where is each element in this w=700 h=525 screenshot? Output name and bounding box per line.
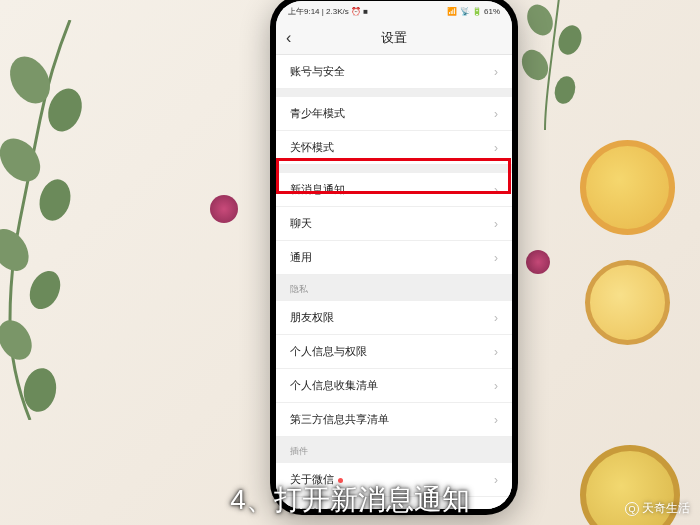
row-info-collection[interactable]: 个人信息收集清单 › bbox=[276, 369, 512, 403]
chevron-right-icon: › bbox=[494, 217, 498, 231]
row-notifications[interactable]: 新消息通知 › bbox=[276, 173, 512, 207]
chevron-right-icon: › bbox=[494, 507, 498, 510]
svg-point-5 bbox=[24, 266, 66, 314]
watermark-text: 天奇生活 bbox=[642, 500, 690, 517]
row-label: 第三方信息共享清单 bbox=[290, 412, 389, 427]
row-care-mode[interactable]: 关怀模式 › bbox=[276, 131, 512, 165]
phone-screen: 上午9:14 | 2.3K/s ⏰ ■ 📶 📡 🔋 61% ‹ 设置 账号与安全… bbox=[276, 1, 512, 509]
row-label: 关怀模式 bbox=[290, 140, 334, 155]
row-label: 个人信息收集清单 bbox=[290, 378, 378, 393]
page-title: 设置 bbox=[276, 29, 512, 47]
row-label: 账号与安全 bbox=[290, 64, 345, 79]
svg-point-13 bbox=[552, 74, 579, 106]
chevron-right-icon: › bbox=[494, 379, 498, 393]
status-right: 📶 📡 🔋 61% bbox=[447, 7, 500, 16]
back-icon[interactable]: ‹ bbox=[286, 29, 291, 47]
watermark-icon: Q bbox=[625, 502, 639, 516]
svg-point-6 bbox=[0, 314, 38, 365]
svg-point-7 bbox=[20, 366, 59, 415]
row-label: 新消息通知 bbox=[290, 182, 345, 197]
page-header: ‹ 设置 bbox=[276, 21, 512, 55]
chevron-right-icon: › bbox=[494, 251, 498, 265]
chevron-right-icon: › bbox=[494, 311, 498, 325]
chevron-right-icon: › bbox=[494, 345, 498, 359]
settings-list: 账号与安全 › 青少年模式 › 关怀模式 › 新消息通知 › 聊天 › bbox=[276, 55, 512, 509]
row-label: 通用 bbox=[290, 250, 312, 265]
row-account-security[interactable]: 账号与安全 › bbox=[276, 55, 512, 89]
row-personal-info[interactable]: 个人信息与权限 › bbox=[276, 335, 512, 369]
row-friend-permissions[interactable]: 朋友权限 › bbox=[276, 301, 512, 335]
phone-frame: 上午9:14 | 2.3K/s ⏰ ■ 📶 📡 🔋 61% ‹ 设置 账号与安全… bbox=[270, 0, 518, 515]
svg-point-8 bbox=[60, 419, 120, 420]
row-third-party-sharing[interactable]: 第三方信息共享清单 › bbox=[276, 403, 512, 437]
svg-point-0 bbox=[2, 49, 58, 110]
status-bar: 上午9:14 | 2.3K/s ⏰ ■ 📶 📡 🔋 61% bbox=[276, 1, 512, 21]
svg-point-3 bbox=[35, 176, 75, 224]
watermark: Q 天奇生活 bbox=[625, 500, 690, 517]
row-label: 聊天 bbox=[290, 216, 312, 231]
chevron-right-icon: › bbox=[494, 473, 498, 487]
svg-point-12 bbox=[517, 45, 554, 85]
svg-point-1 bbox=[42, 84, 87, 136]
svg-point-2 bbox=[0, 131, 48, 190]
row-general[interactable]: 通用 › bbox=[276, 241, 512, 275]
section-privacy-header: 隐私 bbox=[276, 275, 512, 301]
status-left: 上午9:14 | 2.3K/s ⏰ ■ bbox=[288, 6, 368, 17]
row-label: 青少年模式 bbox=[290, 106, 345, 121]
chevron-right-icon: › bbox=[494, 65, 498, 79]
svg-point-10 bbox=[522, 0, 557, 39]
svg-point-4 bbox=[0, 222, 36, 278]
row-label: 个人信息与权限 bbox=[290, 344, 367, 359]
svg-point-11 bbox=[555, 22, 586, 58]
chevron-right-icon: › bbox=[494, 413, 498, 427]
row-label: 朋友权限 bbox=[290, 310, 334, 325]
chevron-right-icon: › bbox=[494, 141, 498, 155]
row-teen-mode[interactable]: 青少年模式 › bbox=[276, 97, 512, 131]
instruction-caption: 4、打开新消息通知 bbox=[230, 481, 470, 519]
section-plugins-header: 插件 bbox=[276, 437, 512, 463]
chevron-right-icon: › bbox=[494, 183, 498, 197]
row-chat[interactable]: 聊天 › bbox=[276, 207, 512, 241]
chevron-right-icon: › bbox=[494, 107, 498, 121]
